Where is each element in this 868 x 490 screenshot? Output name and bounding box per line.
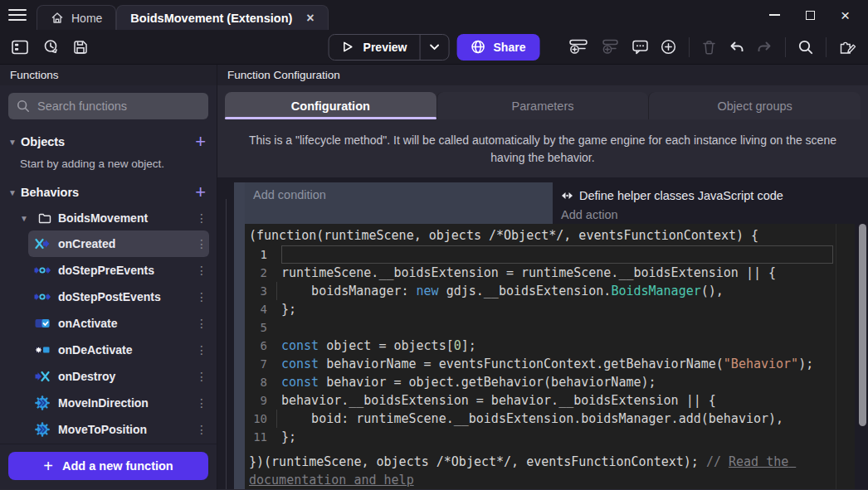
- edit-extension-icon[interactable]: [839, 39, 856, 55]
- item-menu-icon[interactable]: ⋮: [196, 264, 206, 277]
- js-code-event[interactable]: Add condition Define helper classes Java…: [234, 182, 855, 489]
- item-menu-icon[interactable]: ⋮: [196, 370, 206, 383]
- home-icon: [51, 12, 64, 24]
- sidebar-item-MoveInDirection[interactable]: MoveInDirection⋮: [28, 390, 209, 416]
- delete-icon: [702, 40, 716, 55]
- sidebar-item-doStepPreEvents[interactable]: doStepPreEvents⋮: [28, 257, 209, 284]
- panel-scrollbar[interactable]: [859, 224, 866, 426]
- js-code-icon: [561, 192, 573, 200]
- events-sheet: Add condition Define helper classes Java…: [217, 177, 868, 489]
- objects-section-label: Objects: [20, 135, 193, 148]
- maximize-icon[interactable]: [806, 11, 815, 20]
- tab-home[interactable]: Home: [37, 5, 116, 30]
- tab-extension[interactable]: BoidsMovement (Extension) ×: [116, 5, 328, 30]
- item-menu-icon[interactable]: ⋮: [196, 317, 206, 330]
- panel-title: Function Configuration: [217, 65, 868, 85]
- tab-configuration[interactable]: Configuration: [225, 92, 436, 119]
- gear-function-icon: [33, 395, 51, 410]
- code-editor[interactable]: (function(runtimeScene, objects /*Object…: [245, 224, 855, 489]
- code-wrapper-header: (function(runtimeScene, objects /*Object…: [245, 226, 855, 245]
- chevron-down-icon[interactable]: ▼: [8, 188, 20, 197]
- add-action-button[interactable]: Add action: [561, 206, 855, 224]
- code-line-1[interactable]: 1: [245, 245, 855, 264]
- search-input[interactable]: [37, 99, 200, 113]
- activate-icon: [33, 318, 51, 328]
- add-circle-icon[interactable]: [661, 39, 676, 55]
- preview-dropdown-button[interactable]: [421, 35, 449, 60]
- item-menu-icon[interactable]: ⋮: [196, 211, 206, 225]
- item-menu-icon[interactable]: ⋮: [196, 237, 206, 250]
- code-line-9[interactable]: 9behavior.__boidsExtension = behavior.__…: [245, 391, 855, 410]
- sidebar-item-onActivate[interactable]: onActivate⋮: [28, 310, 209, 337]
- add-object-button[interactable]: +: [193, 133, 208, 150]
- history-icon[interactable]: [42, 39, 59, 55]
- line-number: 4: [245, 300, 281, 318]
- undo-icon[interactable]: [729, 41, 744, 54]
- toolbar-right-icons: [569, 37, 868, 57]
- chevron-down-icon[interactable]: ▼: [8, 138, 20, 147]
- line-number: 2: [245, 264, 281, 282]
- add-function-button[interactable]: + Add a new function: [8, 452, 208, 480]
- sidebar-item-onDeActivate[interactable]: onDeActivate⋮: [28, 337, 209, 363]
- deactivate-icon: [33, 345, 51, 355]
- tab-object-groups[interactable]: Object groups: [648, 92, 861, 119]
- sidebar-item-doStepPostEvents[interactable]: doStepPostEvents⋮: [28, 284, 209, 310]
- line-number: 5: [245, 318, 281, 337]
- sidebar-item-onCreated[interactable]: onCreated⋮: [28, 230, 209, 257]
- sidebar-item-MoveToPosition[interactable]: MoveToPosition⋮: [28, 416, 209, 443]
- minimize-icon[interactable]: [769, 14, 780, 16]
- toolbar-left-icons: [0, 39, 88, 55]
- behavior-group-boidsmovement[interactable]: ▼ BoidsMovement ⋮: [0, 206, 217, 230]
- code-line-4[interactable]: 4};: [245, 300, 855, 318]
- preview-button[interactable]: Preview: [329, 34, 450, 61]
- chevron-down-icon[interactable]: ▼: [20, 214, 32, 223]
- add-comment-icon[interactable]: [632, 40, 648, 55]
- sidebar-item-onDestroy[interactable]: onDestroy⋮: [28, 363, 209, 390]
- lifecycle-description: This is a "lifecycle method". It will be…: [217, 119, 868, 177]
- close-icon[interactable]: ×: [841, 7, 850, 23]
- item-menu-icon[interactable]: ⋮: [196, 290, 206, 303]
- menu-icon[interactable]: [8, 6, 27, 24]
- tab-parameters[interactable]: Parameters: [436, 92, 649, 119]
- code-line-3[interactable]: 3 boidsManager: new gdjs.__boidsExtensio…: [245, 282, 855, 300]
- folder-icon: [38, 212, 51, 224]
- code-line-5[interactable]: 5: [245, 318, 855, 337]
- window-controls: ×: [769, 7, 868, 23]
- add-behavior-button[interactable]: +: [193, 184, 208, 201]
- plus-icon: +: [43, 457, 53, 476]
- tab-close-icon[interactable]: ×: [306, 12, 314, 25]
- code-line-11[interactable]: 11};: [245, 428, 855, 446]
- item-menu-icon[interactable]: ⋮: [196, 423, 206, 436]
- share-label: Share: [494, 41, 526, 54]
- add-sub-event-icon: [601, 39, 620, 55]
- tab-home-label: Home: [71, 12, 102, 25]
- item-menu-icon[interactable]: ⋮: [196, 343, 206, 357]
- behavior-group-label: BoidsMovement: [58, 211, 189, 225]
- item-menu-icon[interactable]: ⋮: [196, 396, 206, 410]
- line-number: 1: [245, 245, 281, 264]
- code-line-2[interactable]: 2runtimeScene.__boidsExtension = runtime…: [245, 264, 855, 282]
- add-function-label: Add a new function: [62, 459, 173, 473]
- project-manager-icon[interactable]: [12, 40, 28, 55]
- configuration-tabs: Configuration Parameters Object groups: [225, 92, 861, 119]
- code-line-6[interactable]: 6const object = objects[0];: [245, 337, 855, 355]
- code-line-10[interactable]: 10 boid: runtimeScene.__boidsExtension.b…: [245, 410, 855, 428]
- step-icon: [33, 292, 51, 302]
- toolbar: Preview Share: [0, 30, 868, 65]
- add-event-icon[interactable]: [569, 39, 588, 55]
- behaviors-section-header[interactable]: ▼ Behaviors +: [0, 181, 217, 204]
- share-button[interactable]: Share: [457, 34, 540, 61]
- line-number: 9: [245, 391, 281, 410]
- redo-icon: [757, 41, 773, 54]
- add-condition-button[interactable]: Add condition: [245, 182, 553, 224]
- search-box[interactable]: [8, 93, 208, 119]
- code-line-7[interactable]: 7const behaviorName = eventsFunctionCont…: [245, 355, 855, 373]
- event-action-title[interactable]: Define helper classes JavaScript code: [561, 186, 855, 206]
- search-icon[interactable]: [798, 40, 813, 55]
- code-line-8[interactable]: 8const behavior = object.getBehavior(beh…: [245, 373, 855, 391]
- objects-section-header[interactable]: ▼ Objects +: [0, 130, 217, 153]
- toolbar-separator: [689, 37, 690, 57]
- toolbar-separator: [826, 37, 827, 57]
- save-icon[interactable]: [73, 40, 88, 55]
- event-drag-handle[interactable]: [234, 182, 245, 489]
